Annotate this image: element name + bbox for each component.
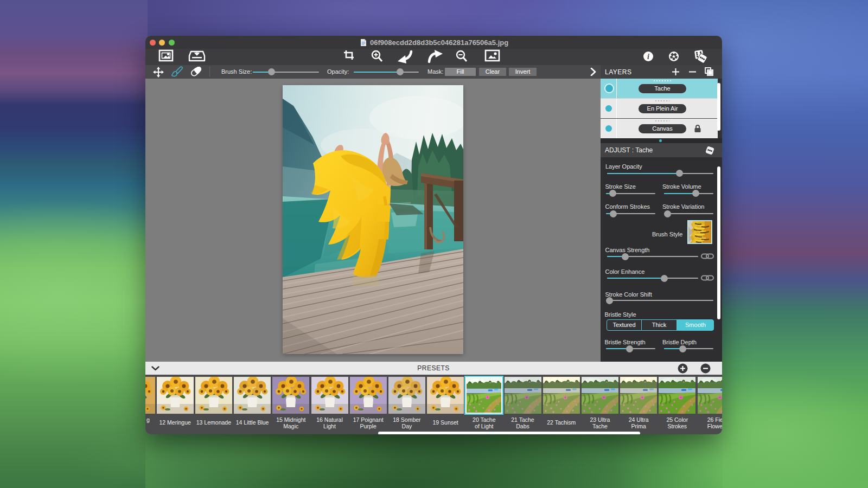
svg-text:i: i [647,53,649,61]
